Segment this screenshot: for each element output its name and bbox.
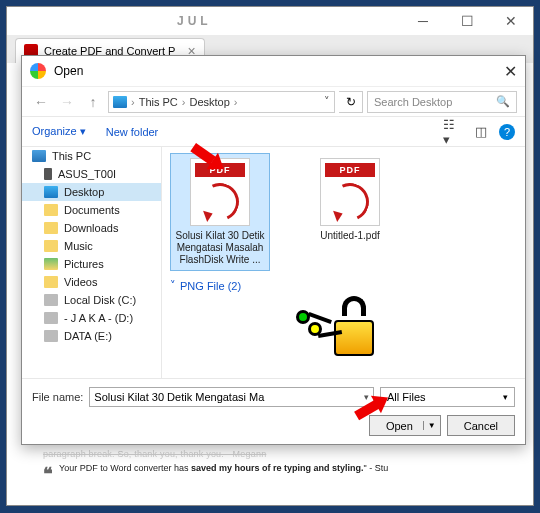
file-type-filter[interactable]: All Files ▾ [380, 387, 515, 407]
filename-input[interactable]: Solusi Kilat 30 Detik Mengatasi Ma ▾ [89, 387, 374, 407]
chevron-down-icon: ˅ [170, 279, 176, 292]
organize-menu[interactable]: Organize ▾ [32, 125, 86, 138]
sidebar: This PC ASUS_T00I Desktop Documents Down… [22, 147, 162, 378]
dialog-close-button[interactable]: ✕ [504, 62, 517, 81]
cancel-button[interactable]: Cancel [447, 415, 515, 436]
sidebar-item-desktop[interactable]: Desktop [22, 183, 161, 201]
nav-row: ← → ↑ › This PC › Desktop › ˅ ↻ Search D… [22, 86, 525, 116]
sidebar-item-videos[interactable]: Videos [22, 273, 161, 291]
chevron-right-icon: › [182, 96, 186, 108]
address-dropdown-icon[interactable]: ˅ [324, 95, 330, 108]
address-bar[interactable]: › This PC › Desktop › ˅ [108, 91, 335, 113]
chevron-right-icon: › [131, 96, 135, 108]
dialog-title: Open [54, 64, 83, 78]
open-button[interactable]: Open ▼ [369, 415, 441, 436]
view-options-button[interactable]: ☷ ▾ [443, 123, 463, 141]
videos-icon [44, 276, 58, 288]
dropdown-icon[interactable]: ▾ [364, 392, 369, 402]
open-split-dropdown[interactable]: ▼ [423, 421, 436, 430]
breadcrumb-current[interactable]: Desktop [189, 96, 229, 108]
file-name: Solusi Kilat 30 Detik Mengatasi Masalah … [175, 230, 265, 266]
folder-icon [44, 204, 58, 216]
new-folder-button[interactable]: New folder [106, 126, 159, 138]
downloads-icon [44, 222, 58, 234]
chrome-icon [30, 63, 46, 79]
refresh-button[interactable]: ↻ [339, 91, 363, 113]
png-thumbnail[interactable] [290, 296, 380, 356]
sidebar-item-pictures[interactable]: Pictures [22, 255, 161, 273]
sidebar-item-downloads[interactable]: Downloads [22, 219, 161, 237]
toolbar: Organize ▾ New folder ☷ ▾ ◫ ? [22, 116, 525, 146]
open-file-dialog: Open ✕ ← → ↑ › This PC › Desktop › ˅ ↻ S… [21, 55, 526, 445]
browser-titlebar: JUL ─ ☐ ✕ [7, 7, 533, 35]
back-button[interactable]: ← [30, 91, 52, 113]
sidebar-this-pc[interactable]: This PC [22, 147, 161, 165]
file-item[interactable]: PDF Untitled-1.pdf [300, 153, 400, 271]
search-icon: 🔍 [496, 95, 510, 108]
forward-button[interactable]: → [56, 91, 78, 113]
filename-label: File name: [32, 391, 83, 403]
chevron-right-icon: › [234, 96, 238, 108]
disk-icon [44, 312, 58, 324]
page-background-text: paragraph break. So, thank you, thank yo… [43, 449, 513, 485]
dropdown-icon[interactable]: ▾ [503, 392, 508, 402]
dialog-titlebar: Open ✕ [22, 56, 525, 86]
close-window-button[interactable]: ✕ [489, 7, 533, 35]
pc-icon [32, 150, 46, 162]
search-placeholder: Search Desktop [374, 96, 452, 108]
desktop-icon [44, 186, 58, 198]
browser-window: JUL ─ ☐ ✕ Create PDF and Convert P × par… [6, 6, 534, 506]
pc-icon [113, 96, 127, 108]
bg-line1: paragraph break. So, thank you, thank yo… [43, 449, 513, 459]
file-name: Untitled-1.pdf [305, 230, 395, 242]
music-icon [44, 240, 58, 252]
disk-icon [44, 330, 58, 342]
sidebar-item-disk-e[interactable]: DATA (E:) [22, 327, 161, 345]
dialog-bottom-pane: File name: Solusi Kilat 30 Detik Mengata… [22, 378, 525, 444]
up-button[interactable]: ↑ [82, 91, 104, 113]
sidebar-item-phone[interactable]: ASUS_T00I [22, 165, 161, 183]
pdf-file-icon: PDF [320, 158, 380, 226]
breadcrumb-root[interactable]: This PC [139, 96, 178, 108]
pictures-icon [44, 258, 58, 270]
maximize-button[interactable]: ☐ [445, 7, 489, 35]
search-input[interactable]: Search Desktop 🔍 [367, 91, 517, 113]
phone-icon [44, 168, 52, 180]
disk-icon [44, 294, 58, 306]
file-item-selected[interactable]: PDF Solusi Kilat 30 Detik Mengatasi Masa… [170, 153, 270, 271]
minimize-button[interactable]: ─ [401, 7, 445, 35]
pdf-file-icon: PDF [190, 158, 250, 226]
help-button[interactable]: ? [499, 124, 515, 140]
preview-pane-button[interactable]: ◫ [471, 123, 491, 141]
testimonial-text: Your PDF to Word converter has saved my … [59, 463, 388, 485]
file-list: PDF Solusi Kilat 30 Detik Mengatasi Masa… [162, 147, 525, 378]
sidebar-item-documents[interactable]: Documents [22, 201, 161, 219]
sidebar-item-disk-c[interactable]: Local Disk (C:) [22, 291, 161, 309]
titlebar-center-text: JUL [177, 14, 212, 28]
sidebar-item-music[interactable]: Music [22, 237, 161, 255]
quote-mark-icon: ❝ [43, 463, 53, 485]
file-group-header[interactable]: ˅ PNG File (2) [170, 279, 517, 292]
sidebar-item-disk-d[interactable]: - J A K A - (D:) [22, 309, 161, 327]
